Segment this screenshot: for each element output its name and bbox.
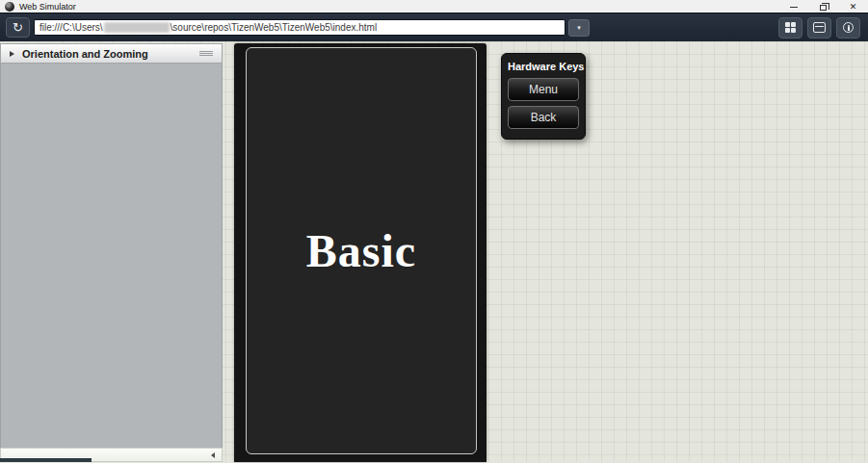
refresh-button[interactable]: ↻ (6, 17, 30, 38)
app-content-text: Basic (306, 224, 416, 277)
bottom-edge-strip (0, 458, 92, 462)
toolbar: ↻ file:///C:\Users\\source\repos\TizenWe… (0, 13, 868, 41)
hardware-keys-title: Hardware Keys (508, 61, 579, 72)
chevron-down-icon: ▾ (577, 24, 581, 32)
panel-title: Orientation and Zooming (22, 48, 148, 60)
panel-view-button[interactable] (807, 17, 831, 39)
minimize-icon (790, 7, 798, 8)
back-key-button[interactable]: Back (508, 106, 579, 129)
app-icon (5, 2, 14, 12)
info-button[interactable] (836, 17, 860, 39)
panel-view-icon (813, 22, 826, 33)
url-suffix: \source\repos\TizenWeb5\TizenWeb5\index.… (171, 22, 378, 33)
panels-button[interactable] (778, 17, 802, 39)
web-simulator-window: Web Simulator ✕ ↻ file:///C:\Users\\sour… (0, 0, 868, 463)
panes-icon (785, 22, 796, 33)
panel-header-orientation-zooming[interactable]: Orientation and Zooming (0, 43, 223, 64)
window-title: Web Simulator (19, 2, 76, 12)
drag-grip-icon[interactable] (199, 51, 213, 56)
close-button[interactable]: ✕ (838, 0, 868, 13)
window-controls: ✕ (778, 0, 868, 13)
info-icon (843, 22, 854, 33)
toolbar-right-group (778, 17, 860, 39)
refresh-icon: ↻ (13, 21, 23, 34)
hardware-keys-panel: Hardware Keys Menu Back (501, 53, 586, 140)
restore-icon (820, 5, 827, 11)
url-input[interactable]: file:///C:\Users\\source\repos\TizenWeb5… (34, 19, 566, 36)
url-prefix: file:///C:\Users\ (39, 22, 103, 33)
simulator-canvas: Orientation and Zooming Basic Hardware K… (0, 41, 868, 462)
device-screen[interactable]: Basic (246, 47, 477, 454)
device-frame: Basic (234, 43, 487, 462)
redacted-username (104, 22, 170, 33)
chevron-right-icon (10, 51, 14, 57)
sidebar: Orientation and Zooming (0, 43, 223, 462)
minimize-button[interactable] (778, 0, 808, 13)
panel-body (0, 64, 223, 448)
restore-button[interactable] (808, 0, 838, 13)
url-history-dropdown[interactable]: ▾ (568, 19, 590, 37)
close-icon: ✕ (850, 3, 857, 12)
titlebar: Web Simulator ✕ (0, 0, 868, 13)
menu-key-button[interactable]: Menu (508, 78, 579, 101)
chevron-left-icon (211, 452, 215, 458)
